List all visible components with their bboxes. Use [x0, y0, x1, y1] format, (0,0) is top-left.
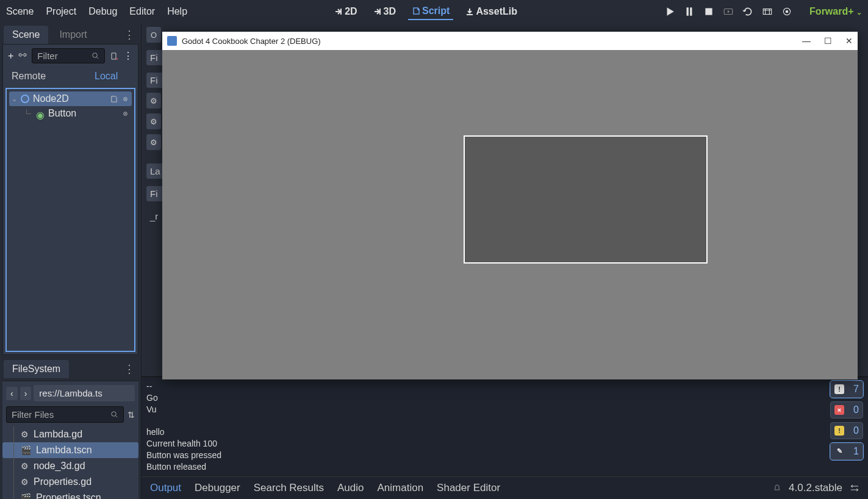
script-detach-icon[interactable]	[110, 52, 118, 60]
svg-point-5	[93, 53, 97, 57]
version-text: 4.0.2.stable	[789, 482, 842, 494]
output-text: -- Go Vu hello Current health 100 Button…	[146, 381, 825, 473]
menu-help[interactable]: Help	[167, 6, 187, 17]
visibility-icon[interactable]	[121, 95, 129, 103]
filesystem-panel: ‹ › res://Lambda.ts Filter Files ⇅ ⚙Lamb…	[2, 381, 138, 499]
stop-icon[interactable]	[703, 6, 714, 17]
svg-rect-2	[763, 9, 772, 15]
output-header-text: -- Go Vu	[146, 381, 158, 414]
link-icon[interactable]	[18, 52, 27, 60]
game-window-title: Godot 4 Cookbook Chapter 2 (DEBUG)	[182, 37, 321, 46]
btab-audio[interactable]: Audio	[337, 482, 364, 494]
game-viewport[interactable]	[162, 50, 858, 379]
menu-debug[interactable]: Debug	[88, 6, 117, 17]
panel-menu-icon[interactable]: ⋮	[120, 28, 137, 41]
camera-icon[interactable]	[781, 6, 792, 17]
scene-filter-input[interactable]: Filter	[32, 48, 105, 63]
menu-editor[interactable]: Editor	[129, 6, 155, 17]
btab-search[interactable]: Search Results	[254, 482, 324, 494]
file-item[interactable]: ⚙Properties.gd	[2, 474, 138, 490]
scene-filter-placeholder: Filter	[37, 51, 57, 61]
visibility-icon[interactable]	[121, 110, 129, 118]
tab-filesystem[interactable]: FileSystem	[4, 360, 69, 378]
expand-panel-icon[interactable]	[850, 484, 859, 492]
tab-local[interactable]: Local	[95, 71, 118, 82]
tab-import[interactable]: Import	[51, 26, 95, 44]
node-label: Node2D	[33, 93, 69, 104]
file-item[interactable]: 🎬Properties.tscn	[2, 490, 138, 499]
view-2d[interactable]: 2D	[331, 4, 360, 20]
view-assetlib-label: AssetLib	[476, 6, 517, 17]
scene-menu-icon[interactable]: ⋮	[123, 50, 133, 62]
file-item[interactable]: 🎬Lambda.tscn	[2, 442, 138, 458]
nav-forward-icon[interactable]: ›	[20, 387, 32, 400]
counter-info[interactable]: !7	[830, 381, 863, 398]
menu-scene[interactable]: Scene	[6, 6, 34, 17]
panel-menu-icon[interactable]: ⋮	[120, 362, 137, 376]
pause-icon[interactable]	[684, 6, 695, 17]
btab-debugger[interactable]: Debugger	[195, 482, 240, 494]
reload-icon[interactable]	[742, 6, 753, 17]
btab-animation[interactable]: Animation	[377, 482, 423, 494]
add-node-icon[interactable]: +	[8, 51, 13, 62]
scene-icon: 🎬	[21, 493, 31, 499]
file-item[interactable]: ⚙Lambda.gd	[2, 426, 138, 442]
movie-icon[interactable]	[762, 6, 773, 17]
arrow-icon	[373, 7, 382, 16]
counter-error[interactable]: ×0	[830, 401, 863, 418]
render-mode-dropdown[interactable]: Forward+ ⌄	[809, 6, 862, 17]
chevron-down-icon[interactable]: ⌄	[12, 95, 17, 103]
btab-output[interactable]: Output	[150, 482, 181, 494]
bell-icon[interactable]	[773, 484, 781, 492]
svg-point-7	[125, 98, 126, 99]
close-icon[interactable]: ✕	[845, 36, 853, 46]
main-menu: Scene Project Debug Editor Help	[6, 6, 187, 17]
bottom-panel: -- Go Vu hello Current health 100 Button…	[142, 376, 868, 499]
svg-point-4	[786, 10, 789, 13]
tree-node-button[interactable]: ◉ Button	[9, 106, 132, 121]
filesystem-filter-placeholder: Filter Files	[12, 409, 54, 420]
top-menu-bar: Scene Project Debug Editor Help 2D 3D Sc…	[0, 0, 868, 23]
game-window-titlebar[interactable]: Godot 4 Cookbook Chapter 2 (DEBUG) — ☐ ✕	[162, 32, 858, 50]
filesystem-path[interactable]: res://Lambda.ts	[34, 385, 135, 401]
tab-scene[interactable]: Scene	[4, 26, 48, 44]
maximize-icon[interactable]: ☐	[824, 36, 832, 46]
minimize-icon[interactable]: —	[802, 36, 811, 46]
tab-remote[interactable]: Remote	[12, 71, 46, 82]
counter-warn[interactable]: !0	[830, 422, 863, 439]
file-item[interactable]: ⚙node_3d.gd	[2, 458, 138, 474]
sort-icon[interactable]: ⇅	[127, 410, 135, 420]
arrow-icon	[334, 7, 343, 16]
info-icon: !	[834, 384, 844, 394]
gear-icon[interactable]: ⚙	[146, 93, 161, 109]
tree-node-root[interactable]: ⌄ Node2D	[9, 92, 132, 106]
btab-shader[interactable]: Shader Editor	[437, 482, 500, 494]
nav-back-icon[interactable]: ‹	[6, 387, 18, 400]
view-assetlib[interactable]: AssetLib	[462, 4, 521, 20]
remote-play-icon[interactable]	[723, 6, 734, 17]
game-debug-window[interactable]: Godot 4 Cookbook Chapter 2 (DEBUG) — ☐ ✕	[162, 32, 858, 379]
gear-icon[interactable]: ⚙	[146, 113, 161, 129]
godot-app-icon	[167, 36, 177, 46]
game-button-rect[interactable]	[464, 135, 708, 264]
button-node-icon: ◉	[36, 109, 45, 118]
view-script[interactable]: Script	[408, 3, 453, 20]
filesystem-filter-input[interactable]: Filter Files	[6, 406, 124, 423]
workspace-switcher: 2D 3D Script AssetLib	[331, 3, 521, 20]
search-icon	[110, 411, 118, 418]
scene-panel: + Filter ⋮ Remote Local ⌄ Node2D	[2, 44, 138, 355]
node-label: Button	[48, 108, 76, 119]
svg-point-10	[112, 412, 116, 416]
scene-tree: ⌄ Node2D ◉ Button	[5, 88, 135, 352]
svg-rect-0	[705, 8, 712, 15]
search-icon	[91, 52, 99, 60]
script-online-icon[interactable]: O	[146, 27, 161, 43]
counter-edit[interactable]: ✎1	[830, 443, 863, 460]
output-log-text: hello Current health 100 Button was pres…	[146, 427, 221, 472]
view-3d[interactable]: 3D	[370, 4, 400, 20]
menu-project[interactable]: Project	[46, 6, 76, 17]
gear-icon[interactable]: ⚙	[146, 134, 161, 150]
download-icon	[465, 7, 474, 16]
script-attached-icon[interactable]	[110, 95, 118, 103]
play-icon[interactable]	[664, 6, 675, 17]
